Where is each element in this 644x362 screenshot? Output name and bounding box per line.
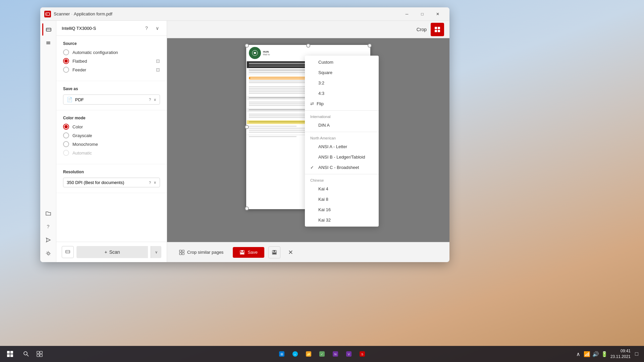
left-panel: IntelliQ TX3000-S ? ∨ Source Automatic c… [56,21,167,262]
help-icon-strip-btn[interactable]: ? [42,221,54,233]
source-feeder-option[interactable]: Feeder ⊡ [63,67,160,73]
source-flatbed-radio[interactable] [63,58,69,64]
resolution-help-icon[interactable]: ? [149,181,151,185]
grayscale-radio[interactable] [63,132,69,138]
crop-context-menu: Custom Square 3:2 4:3 ⇄ Flip Internation… [305,56,379,227]
icon-strip: ? [40,21,56,262]
menu-item-kai-4[interactable]: Kai 4 [305,184,379,194]
automatic-option[interactable]: Automatic [63,150,160,156]
source-auto-radio[interactable] [63,49,69,55]
menu-item-kai-16[interactable]: Kai 16 [305,204,379,215]
scan-button[interactable]: + Scan [76,246,148,258]
taskbar-battery-icon[interactable]: 🔋 [601,351,608,357]
menu-item-custom[interactable]: Custom [305,57,379,67]
crop-button[interactable] [431,23,444,36]
preview-canvas: HUN Mail to [167,38,449,242]
menu-item-kai-32[interactable]: Kai 32 [305,215,379,225]
source-feeder-radio[interactable] [63,67,69,73]
menu-item-4-3[interactable]: 4:3 [305,88,379,99]
svg-rect-20 [182,253,184,255]
menu-item-kai-8[interactable]: Kai 8 [305,194,379,204]
taskbar-app-2[interactable]: e [289,348,301,360]
save-as-help-icon[interactable]: ? [149,98,151,102]
resolution-dropdown[interactable]: 350 DPI (Best for documents) ? ∨ [63,178,160,187]
color-option[interactable]: Color [63,124,160,130]
scanner-name: IntelliQ TX3000-S [62,26,140,31]
taskbar-volume-icon[interactable]: 🔊 [592,351,599,357]
menu-item-ansi-b[interactable]: ANSI B - Ledger/Tabloid [305,152,379,162]
svg-rect-36 [40,354,42,357]
automatic-radio [63,150,69,156]
layers-icon-strip-btn[interactable] [42,37,54,49]
menu-item-ansi-c[interactable]: ANSI C - Broadsheet [305,162,379,173]
resolution-chevron-icon[interactable]: ∨ [154,180,156,185]
menu-item-square[interactable]: Square [305,67,379,78]
menu-item-3-2[interactable]: 3:2 [305,78,379,88]
taskbar-clock: 09:41 [610,348,631,354]
settings-icon-strip-btn[interactable] [42,247,54,259]
monochrome-option[interactable]: Monochrome [63,141,160,147]
resolution-section: Resolution 350 DPI (Best for documents) … [56,164,167,193]
taskbar-arrow-icon[interactable]: ∧ [575,351,582,357]
svg-text:N: N [334,353,337,356]
send-icon-strip-btn[interactable] [42,234,54,246]
feeder-info-icon[interactable]: ⊡ [156,67,160,72]
crop-similar-button[interactable]: Crop similar pages [174,247,229,258]
menu-item-din-a[interactable]: DIN A [305,120,379,130]
flatbed-info-icon[interactable]: ⊡ [156,58,160,64]
color-label: Color [72,124,160,129]
crop-handle-top-right[interactable] [368,44,372,48]
monochrome-radio[interactable] [63,141,69,147]
save-as-value: PDF [75,97,146,102]
taskbar-app-5[interactable]: N [329,348,341,360]
svg-rect-15 [438,30,440,32]
disk-button[interactable] [268,246,280,258]
taskbar-app-4[interactable]: ✓ [316,348,328,360]
grayscale-option[interactable]: Grayscale [63,132,160,138]
save-icon [239,250,245,255]
crop-handle-top-center[interactable] [306,44,310,48]
close-button[interactable]: ✕ [430,9,445,19]
taskbar-app-6[interactable]: V [343,348,355,360]
svg-text:⊞: ⊞ [280,352,283,356]
preview-button[interactable] [62,246,74,258]
menu-item-flip[interactable]: ⇄ Flip [305,99,379,109]
taskbar-time[interactable]: 09:41 23.11.2021 [610,348,631,360]
monochrome-label: Monochrome [72,142,160,147]
crop-label[interactable]: Crop [417,27,427,32]
save-as-dropdown[interactable]: 📄 PDF ? ∨ [63,95,160,105]
menu-item-ansi-a[interactable]: ANSI A - Letter [305,141,379,152]
taskbar-app-3[interactable]: 📁 [303,348,315,360]
scanner-help-button[interactable]: ? [143,24,151,32]
svg-rect-26 [273,252,276,254]
crop-handle-bottom-left[interactable] [245,206,249,210]
scan-dropdown-button[interactable]: ∨ [151,246,161,258]
save-as-chevron-icon[interactable]: ∨ [154,98,156,102]
crop-handle-middle-left[interactable] [245,125,249,129]
scanner-icon-strip-btn[interactable] [42,23,54,36]
svg-rect-28 [10,351,13,354]
color-radio[interactable] [63,124,69,130]
svg-rect-6 [46,43,50,43]
save-button[interactable]: Save [233,247,264,258]
bottom-close-button[interactable]: ✕ [284,246,297,258]
windows-start-button[interactable] [4,348,16,360]
source-auto-option[interactable]: Automatic configuration [63,49,160,55]
minimize-button[interactable]: ─ [399,9,415,19]
svg-rect-23 [240,252,244,254]
crop-handle-top-left[interactable] [245,44,249,48]
scanner-expand-button[interactable]: ∨ [153,24,161,32]
pdf-icon: 📄 [67,97,72,102]
taskbar-task-view-button[interactable] [34,348,46,360]
taskbar-app-1[interactable]: ⊞ [276,348,288,360]
menu-section-chinese: Chinese [305,176,379,184]
maximize-button[interactable]: □ [415,9,430,19]
svg-rect-0 [46,13,50,15]
folder-icon-strip-btn[interactable] [42,207,54,219]
taskbar-network-icon[interactable]: 📶 [584,351,590,357]
taskbar-app-7[interactable]: S [356,348,368,360]
source-flatbed-option[interactable]: Flatbed ⊡ [63,58,160,64]
taskbar-show-desktop-icon[interactable]: □ [633,351,640,357]
taskbar-search-button[interactable] [20,348,32,360]
taskbar: ⊞ e 📁 ✓ N [0,346,644,362]
